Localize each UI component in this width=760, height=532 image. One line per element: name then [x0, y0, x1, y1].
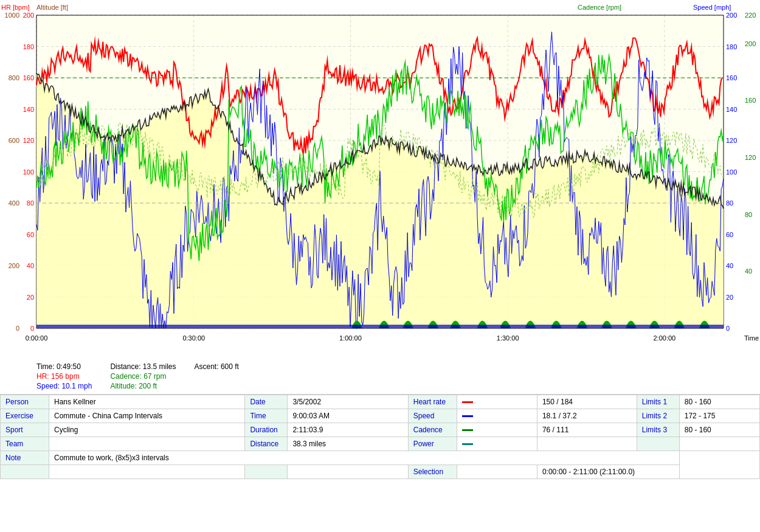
selection-value: 0:00:00 - 2:11:00 (2:11:00.0) — [537, 465, 679, 479]
row-label-0-3: Heart rate — [408, 395, 457, 409]
empty-value-5 — [49, 465, 245, 479]
info-tbody: Person Hans Kellner Date 3/5/2002 Heart … — [1, 395, 760, 479]
row-value-2-3: 76 / 111 — [537, 423, 637, 437]
row-value-1-3: 18.1 / 37.2 — [537, 409, 637, 423]
row-value-0-4: 80 - 160 — [679, 395, 759, 409]
row-value-1-4: 172 - 175 — [679, 409, 759, 423]
note-value: Commute to work, (8x5)x3 intervals — [49, 451, 680, 465]
row-color-1 — [457, 409, 537, 423]
row-label-1-2: Time — [245, 409, 288, 423]
table-row: Selection 0:00:00 - 2:11:00 (2:11:00.0) — [1, 465, 760, 479]
table-row: Team Distance 38.3 miles Power — [1, 437, 760, 451]
table-row: Person Hans Kellner Date 3/5/2002 Heart … — [1, 395, 760, 409]
row-label-0-2: Date — [245, 395, 288, 409]
row-label-3-4 — [637, 437, 679, 451]
row-value-2-4: 80 - 160 — [679, 423, 759, 437]
row-label-1-4: Limits 2 — [637, 409, 679, 423]
chart-canvas — [0, 0, 760, 359]
row-value-3-3 — [537, 437, 637, 451]
note-label: Note — [1, 451, 49, 465]
empty-date-value-5 — [288, 465, 408, 479]
stat-hr: HR: 156 bpm — [36, 372, 92, 381]
row-label-3-1: Team — [1, 437, 49, 451]
chart-container — [0, 0, 760, 359]
row-label-2-4: Limits 3 — [637, 423, 679, 437]
table-row: Sport Cycling Duration 2:11:03.9 Cadence… — [1, 423, 760, 437]
row-value-2-1: Cycling — [49, 423, 245, 437]
info-table: Person Hans Kellner Date 3/5/2002 Heart … — [0, 395, 760, 479]
row-label-2-1: Sport — [1, 423, 49, 437]
stat-cadence: Cadence: 67 rpm — [110, 372, 176, 381]
row-label-3-2: Distance — [245, 437, 288, 451]
row-value-0-1: Hans Kellner — [49, 395, 245, 409]
empty-label-5 — [1, 465, 49, 479]
table-row: Exercise Commute - China Camp Intervals … — [1, 409, 760, 423]
empty-date-label-5 — [245, 465, 288, 479]
stat-speed: Speed: 10.1 mph — [36, 382, 92, 390]
row-color-2 — [457, 423, 537, 437]
row-color-0 — [457, 395, 537, 409]
stats-row: Time: 0:49:50 HR: 156 bpm Speed: 10.1 mp… — [0, 359, 760, 395]
row-label-0-4: Limits 1 — [637, 395, 679, 409]
row-value-0-3: 150 / 184 — [537, 395, 637, 409]
table-row: Note Commute to work, (8x5)x3 intervals — [1, 451, 760, 465]
row-label-0-1: Person — [1, 395, 49, 409]
row-value-3-2: 38.3 miles — [288, 437, 408, 451]
row-value-3-4 — [679, 437, 759, 451]
row-color-3 — [457, 437, 537, 451]
row-value-2-2: 2:11:03.9 — [288, 423, 408, 437]
stat-altitude: Altitude: 200 ft — [110, 382, 176, 390]
row-label-2-2: Duration — [245, 423, 288, 437]
selection-label: Selection — [408, 465, 457, 479]
stat-ascent: Ascent: 600 ft — [195, 362, 239, 371]
selection-color — [457, 465, 537, 479]
row-label-3-3: Power — [408, 437, 457, 451]
row-value-3-1 — [49, 437, 245, 451]
stat-distance: Distance: 13.5 miles — [110, 362, 176, 371]
row-value-1-1: Commute - China Camp Intervals — [49, 409, 245, 423]
row-value-0-2: 3/5/2002 — [288, 395, 408, 409]
row-label-1-3: Speed — [408, 409, 457, 423]
stat-time: Time: 0:49:50 — [36, 362, 92, 371]
row-value-1-2: 9:00:03 AM — [288, 409, 408, 423]
row-label-2-3: Cadence — [408, 423, 457, 437]
row-label-1-1: Exercise — [1, 409, 49, 423]
